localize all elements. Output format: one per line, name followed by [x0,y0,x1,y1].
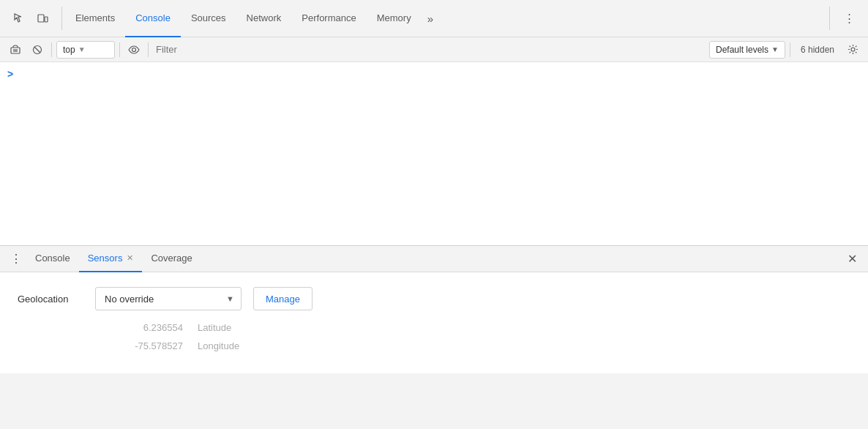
geolocation-select[interactable]: No override Berlin London Moscow Mumbai … [95,287,242,310]
tab-elements[interactable]: Elements [65,0,125,37]
drawer-tab-sensors[interactable]: Sensors ✕ [79,246,143,272]
hidden-count-label: 6 hidden [795,45,840,55]
divider-1 [61,7,62,30]
geolocation-row: Geolocation No override Berlin London Mo… [18,287,850,310]
toolbar-divider-1 [51,42,52,57]
toolbar-divider-3 [148,42,149,57]
longitude-row: -75.578527 Longitude [18,340,850,351]
console-content-area: > [0,62,868,245]
block-console-button[interactable] [28,40,47,59]
console-toolbar: top ▼ Default levels ▼ 6 hidden [0,37,868,62]
latitude-row: 6.236554 Latitude [18,322,850,333]
tab-performance[interactable]: Performance [291,0,366,37]
drawer-more-button[interactable]: ⋮ [6,249,26,269]
tab-console[interactable]: Console [125,0,181,37]
tab-sources[interactable]: Sources [181,0,236,37]
tab-memory[interactable]: Memory [367,0,422,37]
clear-console-button[interactable] [6,40,25,59]
manage-button[interactable]: Manage [253,287,313,310]
toolbar-divider-4 [790,42,790,57]
geolocation-select-wrapper: No override Berlin London Moscow Mumbai … [95,287,242,310]
divider-2 [829,7,830,30]
top-bar-icons [3,8,59,29]
log-levels-button[interactable]: Default levels ▼ [709,41,785,59]
main-nav-tabs: Elements Console Sources Network Perform… [65,0,826,37]
svg-point-9 [851,48,855,51]
console-prompt[interactable]: > [7,68,13,80]
levels-chevron-icon: ▼ [771,45,779,53]
svg-point-8 [132,48,136,51]
drawer-tabs-bar: ⋮ Console Sensors ✕ Coverage ✕ [0,246,868,272]
svg-rect-1 [45,17,48,22]
context-chevron-icon: ▼ [78,45,86,53]
top-nav-bar: Elements Console Sources Network Perform… [0,0,868,37]
latitude-value: 6.236554 [95,322,183,333]
svg-rect-0 [38,15,44,22]
bottom-drawer: ⋮ Console Sensors ✕ Coverage ✕ Geolocati… [0,245,868,429]
live-expression-button[interactable] [124,40,143,59]
more-options-button[interactable]: ⋮ [839,8,859,29]
console-settings-button[interactable] [843,40,862,59]
more-tabs-button[interactable]: » [422,0,439,37]
drawer-more-icon: ⋮ [10,252,22,266]
drawer-tab-console[interactable]: Console [26,246,79,272]
inspect-element-button[interactable] [9,8,29,29]
filter-input[interactable] [153,41,706,59]
latitude-label: Latitude [198,322,231,333]
top-bar-end: ⋮ [833,8,865,29]
longitude-value: -75.578527 [95,340,183,351]
toolbar-divider-2 [119,42,120,57]
longitude-label: Longitude [198,340,239,351]
close-icon: ✕ [848,252,857,266]
geolocation-label: Geolocation [18,294,83,305]
drawer-close-button[interactable]: ✕ [842,249,862,269]
sensors-panel: Geolocation No override Berlin London Mo… [0,272,868,373]
context-selector[interactable]: top ▼ [56,41,115,59]
svg-line-7 [34,47,40,53]
drawer-tab-coverage[interactable]: Coverage [142,246,201,272]
devtools-window: Elements Console Sources Network Perform… [0,0,868,429]
tab-network[interactable]: Network [236,0,292,37]
device-toolbar-button[interactable] [32,8,53,29]
sensors-tab-close-icon[interactable]: ✕ [127,253,133,263]
